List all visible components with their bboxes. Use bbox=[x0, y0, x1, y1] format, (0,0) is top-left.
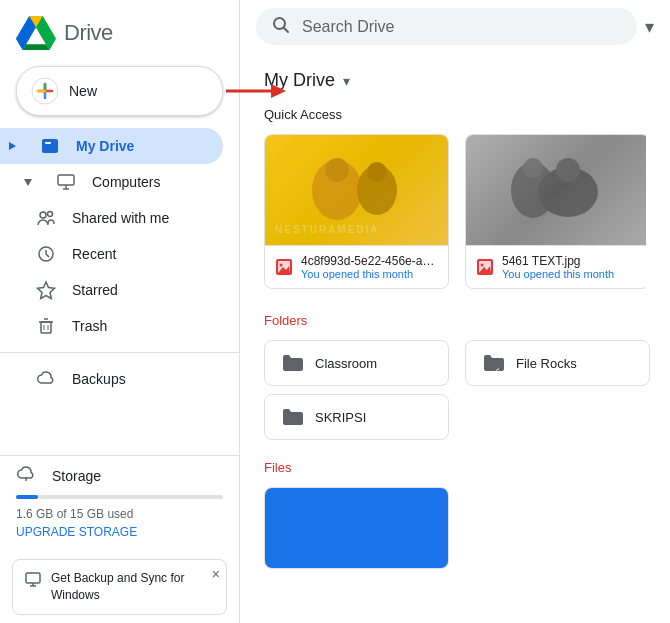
backup-notification-text: Get Backup and Sync for Windows bbox=[51, 570, 216, 604]
drive-logo-icon bbox=[16, 16, 56, 50]
sidebar-item-label-starred: Starred bbox=[72, 282, 118, 298]
storage-header: Storage bbox=[16, 464, 223, 487]
search-input[interactable] bbox=[302, 18, 621, 36]
svg-rect-26 bbox=[26, 573, 40, 583]
people-icon bbox=[36, 208, 56, 228]
nav-divider bbox=[0, 352, 239, 353]
folder-row-1: SKRIPSI bbox=[264, 394, 646, 440]
svg-rect-20 bbox=[41, 322, 51, 333]
folder-item-classroom[interactable]: Classroom bbox=[264, 340, 449, 386]
svg-rect-11 bbox=[58, 175, 74, 185]
quick-access-grid: NESTURAMEDIA 4c8f993d-5e22-456e-a4... bbox=[264, 134, 646, 289]
main-content: ▾ My Drive ▾ Quick Access bbox=[240, 0, 670, 623]
search-bar[interactable] bbox=[256, 8, 637, 45]
nav-items: My Drive Computers bbox=[0, 128, 239, 455]
backup-close-button[interactable]: × bbox=[212, 566, 220, 582]
svg-point-37 bbox=[280, 264, 283, 267]
svg-point-42 bbox=[556, 158, 580, 182]
folder-row-0: Classroom File Rocks bbox=[264, 340, 646, 386]
red-arrow-icon bbox=[226, 81, 286, 101]
sidebar-item-label-recent: Recent bbox=[72, 246, 116, 262]
svg-point-45 bbox=[481, 264, 484, 267]
sidebar-item-backups[interactable]: Backups bbox=[0, 361, 223, 397]
thumbnail-gray bbox=[466, 135, 646, 245]
cloud-icon bbox=[36, 369, 56, 389]
quick-access-card-0[interactable]: NESTURAMEDIA 4c8f993d-5e22-456e-a4... bbox=[264, 134, 449, 289]
app-title: Drive bbox=[64, 20, 113, 46]
files-section: Files bbox=[264, 460, 646, 569]
folder-item-skripsi[interactable]: SKRIPSI bbox=[264, 394, 449, 440]
image-file-icon-0 bbox=[275, 258, 293, 276]
folder-name-file-rocks: File Rocks bbox=[516, 356, 577, 371]
card-info-1: 5461 TEXT.jpg You opened this month bbox=[466, 245, 646, 288]
sidebar-item-computers[interactable]: Computers bbox=[0, 164, 223, 200]
card-thumbnail-1 bbox=[466, 135, 646, 245]
computer-icon bbox=[56, 172, 76, 192]
svg-point-41 bbox=[523, 158, 543, 178]
folder-shared-icon-0 bbox=[482, 353, 506, 373]
card-info-0: 4c8f993d-5e22-456e-a4... You opened this… bbox=[265, 245, 448, 288]
file-card-0[interactable] bbox=[264, 487, 449, 569]
sidebar-item-label-backups: Backups bbox=[72, 371, 126, 387]
expand-arrow-icon[interactable] bbox=[4, 138, 20, 154]
folder-name-classroom: Classroom bbox=[315, 356, 377, 371]
quick-access-title: Quick Access bbox=[264, 107, 646, 122]
card-thumbnail-0: NESTURAMEDIA bbox=[265, 135, 448, 245]
sidebar-item-my-drive[interactable]: My Drive bbox=[0, 128, 223, 164]
sidebar-item-trash[interactable]: Trash bbox=[0, 308, 223, 344]
watermark-text: NESTURAMEDIA bbox=[275, 224, 380, 235]
folders-title: Folders bbox=[264, 313, 646, 328]
trash-icon bbox=[36, 316, 56, 336]
folder-name-skripsi: SKRIPSI bbox=[315, 410, 366, 425]
new-button[interactable]: New bbox=[16, 66, 223, 116]
sidebar: Drive New bbox=[0, 0, 240, 623]
search-icon bbox=[272, 16, 290, 37]
svg-point-47 bbox=[497, 365, 503, 371]
card-meta-0: You opened this month bbox=[301, 268, 438, 280]
plus-icon bbox=[31, 77, 59, 105]
upgrade-storage-link[interactable]: UPGRADE STORAGE bbox=[16, 525, 223, 539]
folders-section: Folders Classroom bbox=[264, 313, 646, 440]
sidebar-item-label-my-drive: My Drive bbox=[76, 138, 134, 154]
folder-icon-0 bbox=[281, 353, 305, 373]
folders-grid: Classroom File Rocks bbox=[264, 340, 646, 440]
files-title: Files bbox=[264, 460, 646, 475]
card-meta-1: You opened this month bbox=[502, 268, 639, 280]
files-row bbox=[264, 487, 646, 569]
search-dropdown-icon[interactable]: ▾ bbox=[645, 16, 654, 38]
sidebar-item-starred[interactable]: Starred bbox=[0, 272, 223, 308]
my-drive-dropdown-icon[interactable]: ▾ bbox=[343, 73, 350, 89]
card-name-0: 4c8f993d-5e22-456e-a4... bbox=[301, 254, 438, 268]
storage-used-text: 1.6 GB of 15 GB used bbox=[16, 507, 133, 521]
storage-section: Storage 1.6 GB of 15 GB used UPGRADE STO… bbox=[0, 455, 239, 551]
sidebar-item-recent[interactable]: Recent bbox=[0, 236, 223, 272]
backup-monitor-icon bbox=[25, 571, 43, 592]
storage-cloud-icon bbox=[16, 464, 36, 487]
svg-point-15 bbox=[48, 212, 53, 217]
svg-line-18 bbox=[46, 254, 49, 257]
storage-bar-fill bbox=[16, 495, 38, 499]
app-logo: Drive bbox=[0, 8, 239, 66]
topbar: ▾ bbox=[240, 0, 670, 54]
svg-marker-7 bbox=[9, 142, 16, 150]
expand-arrow-computers-icon[interactable] bbox=[20, 174, 36, 190]
quick-access-section: Quick Access NESTURAMEDI bbox=[264, 107, 646, 289]
image-file-icon-1 bbox=[476, 258, 494, 276]
folder-item-file-rocks[interactable]: File Rocks bbox=[465, 340, 650, 386]
storage-label: Storage bbox=[52, 468, 101, 484]
folder-icon-1 bbox=[281, 407, 305, 427]
sidebar-item-shared[interactable]: Shared with me bbox=[0, 200, 223, 236]
star-icon bbox=[36, 280, 56, 300]
card-details-1: 5461 TEXT.jpg You opened this month bbox=[502, 254, 639, 280]
my-drive-header: My Drive ▾ bbox=[264, 62, 646, 91]
card-name-1: 5461 TEXT.jpg bbox=[502, 254, 639, 268]
svg-marker-6 bbox=[271, 84, 286, 98]
drive-nav-icon bbox=[40, 136, 60, 156]
sidebar-item-label-computers: Computers bbox=[92, 174, 160, 190]
svg-rect-9 bbox=[45, 142, 51, 144]
quick-access-card-1[interactable]: 5461 TEXT.jpg You opened this month bbox=[465, 134, 646, 289]
sidebar-item-label-trash: Trash bbox=[72, 318, 107, 334]
svg-point-33 bbox=[325, 158, 349, 182]
new-button-label: New bbox=[69, 83, 97, 99]
sidebar-item-label-shared: Shared with me bbox=[72, 210, 169, 226]
